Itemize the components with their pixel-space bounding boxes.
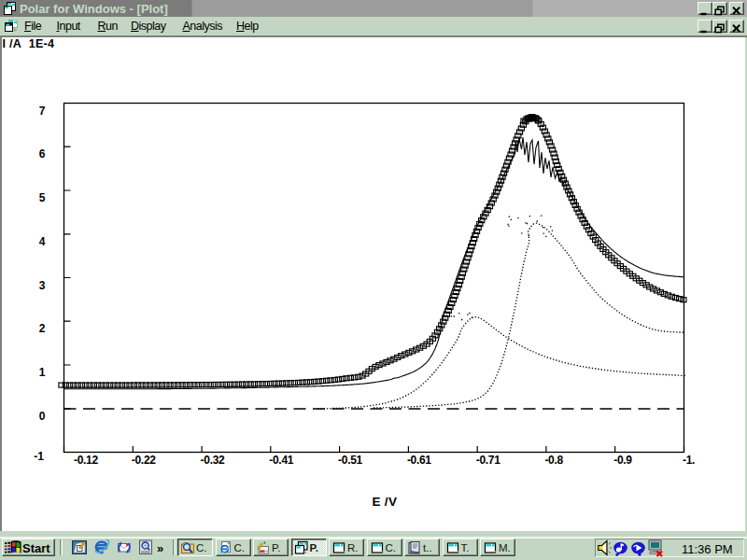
svg-text:4: 4 bbox=[39, 235, 46, 248]
svg-text:-0.9: -0.9 bbox=[613, 454, 632, 467]
svg-text:7: 7 bbox=[39, 105, 46, 118]
svg-text:-0.51: -0.51 bbox=[338, 454, 362, 467]
svg-text:5: 5 bbox=[39, 191, 46, 204]
svg-text:6: 6 bbox=[39, 147, 46, 161]
svg-text:-0.61: -0.61 bbox=[407, 454, 431, 467]
svg-text:»: » bbox=[157, 541, 163, 555]
svg-text:0: 0 bbox=[39, 410, 46, 423]
svg-text:-0.32: -0.32 bbox=[201, 454, 225, 467]
svg-text:-1.: -1. bbox=[683, 454, 695, 467]
svg-text:-0.41: -0.41 bbox=[269, 454, 293, 467]
svg-text:2: 2 bbox=[39, 322, 46, 335]
svg-text:-0.8: -0.8 bbox=[544, 454, 563, 467]
svg-text:1: 1 bbox=[39, 366, 46, 379]
svg-text:-0.12: -0.12 bbox=[74, 454, 98, 467]
svg-text:I /A 1E-4: I /A 1E-4 bbox=[3, 37, 55, 50]
svg-text:-0.71: -0.71 bbox=[476, 454, 500, 467]
svg-text:3: 3 bbox=[39, 279, 46, 292]
svg-text:E /V: E /V bbox=[373, 495, 398, 509]
svg-text:-1: -1 bbox=[34, 450, 44, 463]
svg-text:-0.22: -0.22 bbox=[132, 454, 156, 467]
